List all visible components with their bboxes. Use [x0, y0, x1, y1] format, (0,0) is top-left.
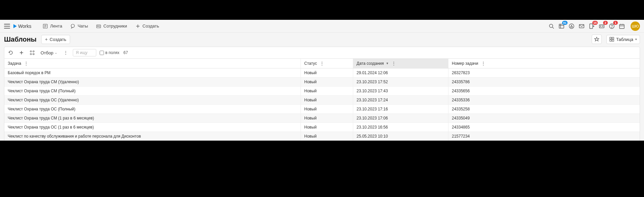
create-button-label: Создать	[50, 37, 66, 42]
refresh-button[interactable]	[7, 49, 14, 56]
cell-task: Чеклист по качеству обслуживания и работ…	[4, 132, 301, 141]
cell-status: Новый	[301, 132, 353, 141]
badge-red-3: 1	[613, 21, 618, 25]
filter-button[interactable]: Отбор ⌄	[39, 50, 59, 56]
cell-status: Новый	[301, 87, 353, 95]
sort-desc-icon: ▼	[386, 62, 389, 65]
column-menu-icon[interactable]: ⋮	[318, 61, 326, 66]
help-icon[interactable]: 1	[608, 23, 615, 30]
cell-number: 24335336	[448, 96, 640, 104]
svg-rect-32	[610, 40, 611, 41]
cell-status: Новый	[301, 68, 353, 77]
svg-rect-31	[612, 37, 614, 39]
apps-button[interactable]	[29, 49, 36, 56]
column-number[interactable]: Номер задачи ⋮	[448, 59, 640, 68]
svg-point-22	[602, 26, 603, 27]
chat-icon	[70, 23, 75, 29]
cell-number: 24335656	[448, 87, 640, 95]
in-fields-checkbox-input[interactable]	[100, 51, 104, 55]
table-row[interactable]: Чеклист Охрана труда ОС (Удаленно)Новый2…	[4, 96, 640, 105]
door-icon[interactable]: 15	[588, 23, 595, 30]
cell-task: Чеклист Охрана труда ОС (1 раз в 6 месяц…	[4, 123, 301, 132]
compass-icon[interactable]	[568, 23, 575, 30]
right-icon-group: 81 15 2 1 ШЮ	[548, 21, 640, 31]
plus-icon	[135, 23, 141, 29]
badge-red-1: 15	[592, 21, 598, 25]
cell-date: 25.05.2023 10:10	[353, 132, 448, 141]
letterbox-bottom	[0, 141, 644, 197]
list-icon[interactable]: 81	[558, 23, 565, 30]
nav-chats-label: Чаты	[77, 23, 88, 29]
table-row[interactable]: Чеклист Охрана труда СМ (1 раз в 6 месяц…	[4, 114, 640, 123]
search-icon[interactable]	[548, 23, 555, 30]
badge-red-2: 2	[603, 21, 608, 25]
svg-line-12	[552, 27, 554, 29]
nav-create[interactable]: Создать	[131, 20, 163, 32]
table-row[interactable]: Чеклист Охрана труда СМ (Полный)Новый23.…	[4, 87, 640, 96]
cell-status: Новый	[301, 96, 353, 104]
column-menu-icon[interactable]: ⋮	[480, 61, 487, 66]
nav-chats[interactable]: Чаты	[66, 20, 92, 32]
cell-status: Новый	[301, 114, 353, 122]
cell-date: 23.10.2023 17:16	[353, 105, 448, 113]
search-input[interactable]	[73, 49, 96, 56]
feed-icon	[43, 23, 48, 29]
table-row[interactable]: Базовый порядок в РМНовый29.01.2024 12:0…	[4, 68, 640, 78]
svg-point-21	[600, 26, 601, 27]
svg-point-16	[569, 24, 574, 29]
chevron-down-icon: ⌄	[55, 51, 57, 54]
plus-icon: +	[45, 37, 48, 42]
filter-label: Отбор	[41, 50, 53, 55]
cell-task: Базовый порядок в РМ	[4, 68, 301, 77]
table-row[interactable]: Чеклист Охрана труда СМ (Удаленно)Новый2…	[4, 78, 640, 87]
in-fields-checkbox[interactable]: в полях	[100, 50, 119, 55]
create-button[interactable]: + Создать	[41, 35, 70, 44]
column-menu-icon[interactable]: ⋮	[390, 61, 397, 66]
column-menu-icon[interactable]: ⋮	[22, 61, 30, 66]
calendar-icon[interactable]	[619, 23, 625, 30]
more-options-button[interactable]: ⋮	[62, 50, 69, 55]
nav-feed-label: Лента	[50, 23, 62, 29]
svg-point-36	[30, 51, 32, 52]
svg-rect-17	[579, 24, 584, 28]
mail-icon[interactable]	[578, 23, 585, 30]
favorite-button[interactable]	[592, 35, 602, 44]
cell-number: 24335049	[448, 114, 640, 122]
add-button[interactable]	[18, 49, 25, 56]
cell-date: 29.01.2024 12:06	[353, 68, 448, 77]
cell-date: 23.10.2023 17:43	[353, 87, 448, 95]
svg-point-11	[549, 24, 553, 28]
in-fields-label: в полях	[105, 50, 119, 55]
avatar-initials: ШЮ	[632, 24, 639, 28]
column-task-label: Задача	[8, 61, 21, 66]
column-date-label: Дата создания	[357, 61, 384, 66]
svg-rect-25	[620, 24, 624, 29]
cell-task: Чеклист Охрана труда ОС (Удаленно)	[4, 96, 301, 104]
brand-label[interactable]: Works	[18, 23, 31, 29]
nav-employees[interactable]: Сотрудники	[92, 20, 131, 32]
cell-task: Чеклист Охрана труда СМ (1 раз в 6 месяц…	[4, 114, 301, 122]
logo-icon	[13, 24, 17, 28]
nav-employees-label: Сотрудники	[103, 23, 127, 29]
inbox-icon[interactable]: 2	[598, 23, 605, 30]
nav-feed[interactable]: Лента	[39, 20, 66, 32]
svg-point-39	[33, 53, 34, 55]
table-toolbar: Отбор ⌄ ⋮ в полях 67	[4, 47, 640, 59]
menu-icon[interactable]	[4, 24, 10, 29]
data-table: Задача ⋮ Статус ⋮ Дата создания ▼ ⋮ Номе…	[4, 59, 640, 141]
cell-task: Чеклист Охрана труда ОС (Полный)	[4, 105, 301, 113]
table-row[interactable]: Чеклист по качеству обслуживания и работ…	[4, 132, 640, 141]
table-row[interactable]: Чеклист Охрана труда ОС (1 раз в 6 месяц…	[4, 123, 640, 132]
avatar[interactable]: ШЮ	[631, 21, 640, 31]
column-date[interactable]: Дата создания ▼ ⋮	[353, 59, 448, 68]
table-row[interactable]: Чеклист Охрана труда ОС (Полный)Новый23.…	[4, 105, 640, 114]
svg-marker-29	[595, 37, 599, 41]
cell-number: 24335786	[448, 78, 640, 86]
column-number-label: Номер задачи	[452, 61, 478, 66]
column-status[interactable]: Статус ⋮	[301, 59, 353, 68]
view-mode-toggle[interactable]: Таблица ▾	[606, 35, 640, 44]
view-mode-label: Таблица	[616, 37, 633, 42]
column-task[interactable]: Задача ⋮	[4, 59, 301, 68]
employees-icon	[96, 23, 101, 29]
cell-status: Новый	[301, 123, 353, 132]
